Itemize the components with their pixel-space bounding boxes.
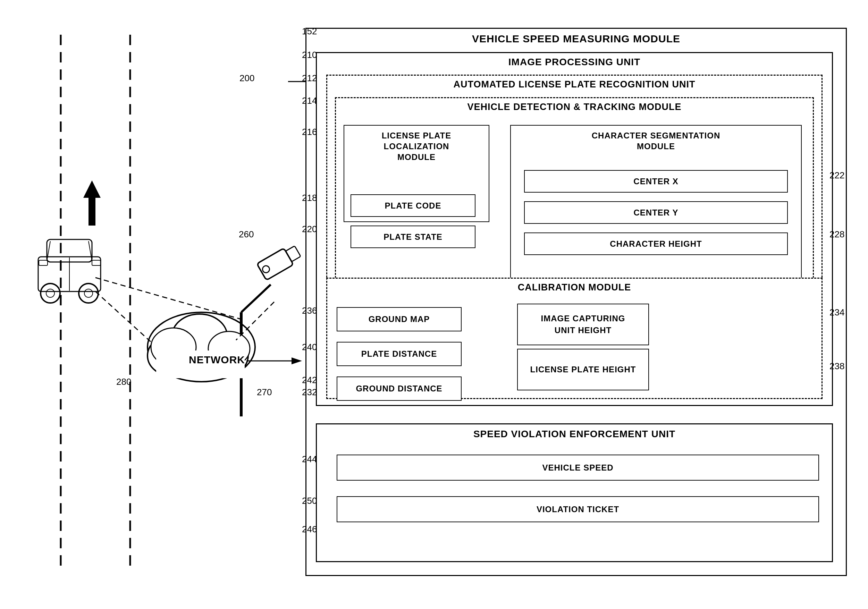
speed-violation-box [316, 423, 833, 562]
plate-state-label: PLATE STATE [383, 232, 442, 242]
plate-state-box: PLATE STATE [350, 226, 476, 248]
ref-246: 246 [302, 524, 317, 535]
vehicle-speed-label: VEHICLE SPEED [542, 463, 613, 473]
ground-map-label: GROUND MAP [369, 315, 430, 324]
ref-152: 152 [302, 26, 317, 37]
lp-localization-label: LICENSE PLATELOCALIZATIONMODULE [344, 130, 489, 163]
ref-280: 280 [116, 377, 131, 387]
ref-238: 238 [829, 361, 845, 372]
ref-200: 200 [239, 73, 254, 84]
ground-distance-label: GROUND DISTANCE [356, 384, 442, 394]
ref-232: 232 [302, 387, 317, 398]
svg-point-8 [79, 284, 98, 303]
vehicle-speed-measuring-label: VEHICLE SPEED MEASURING MODULE [305, 33, 847, 45]
ref-228: 228 [829, 229, 845, 240]
ref-220: 220 [302, 224, 317, 235]
ground-map-box: GROUND MAP [336, 307, 462, 332]
ref-216: 216 [302, 127, 317, 138]
ref-260: 260 [239, 229, 254, 240]
character-height-box: CHARACTER HEIGHT [524, 232, 788, 255]
diagram-container: VEHICLE SPEED MEASURING MODULE IMAGE PRO… [0, 0, 868, 609]
calibration-label: CALIBRATION MODULE [326, 282, 823, 293]
ref-270: 270 [257, 387, 272, 398]
ref-242: 242 [302, 375, 317, 386]
plate-distance-box: PLATE DISTANCE [336, 342, 462, 366]
char-seg-label: CHARACTER SEGMENTATIONMODULE [510, 130, 802, 152]
plate-distance-label: PLATE DISTANCE [361, 349, 437, 359]
ref-236: 236 [302, 305, 317, 316]
ref-212: 212 [302, 73, 317, 84]
ground-distance-box: GROUND DISTANCE [336, 377, 462, 401]
svg-marker-2 [83, 180, 101, 226]
alpr-label: AUTOMATED LICENSE PLATE RECOGNITION UNIT [326, 79, 823, 90]
center-y-label: CENTER Y [634, 208, 679, 218]
center-y-box: CENTER Y [524, 201, 788, 224]
vehicle-speed-box: VEHICLE SPEED [336, 455, 819, 480]
plate-code-box: PLATE CODE [350, 194, 476, 217]
ref-240: 240 [302, 342, 317, 353]
plate-code-label: PLATE CODE [385, 201, 442, 211]
image-capturing-height-box: IMAGE CAPTURINGUNIT HEIGHT [517, 304, 649, 345]
image-processing-label: IMAGE PROCESSING UNIT [316, 57, 833, 68]
violation-ticket-label: VIOLATION TICKET [536, 505, 619, 514]
ref-214: 214 [302, 95, 317, 106]
svg-rect-11 [39, 260, 48, 265]
ref-244: 244 [302, 454, 317, 465]
ref-210: 210 [302, 50, 317, 60]
speed-violation-label: SPEED VIOLATION ENFORCEMENT UNIT [316, 429, 833, 440]
svg-point-7 [40, 284, 60, 303]
network-label: NETWORK [174, 354, 260, 366]
center-x-box: CENTER X [524, 170, 788, 192]
svg-line-15 [241, 285, 271, 312]
license-plate-height-box: LICENSE PLATE HEIGHT [517, 349, 649, 391]
svg-rect-12 [92, 260, 101, 265]
svg-line-27 [95, 291, 153, 344]
svg-marker-30 [291, 357, 302, 364]
ref-222: 222 [829, 170, 845, 181]
ref-250: 250 [302, 496, 317, 506]
violation-ticket-box: VIOLATION TICKET [336, 496, 819, 522]
svg-point-9 [46, 289, 54, 298]
svg-point-10 [84, 289, 93, 298]
ref-234: 234 [829, 307, 845, 318]
svg-rect-16 [257, 248, 293, 280]
ref-218: 218 [302, 192, 317, 203]
license-plate-height-label: LICENSE PLATE HEIGHT [530, 365, 636, 374]
image-capturing-height-label: IMAGE CAPTURINGUNIT HEIGHT [541, 313, 625, 336]
center-x-label: CENTER X [633, 177, 678, 186]
vehicle-detection-label: VEHICLE DETECTION & TRACKING MODULE [335, 102, 814, 112]
character-height-label: CHARACTER HEIGHT [610, 239, 702, 249]
svg-line-26 [95, 277, 241, 319]
